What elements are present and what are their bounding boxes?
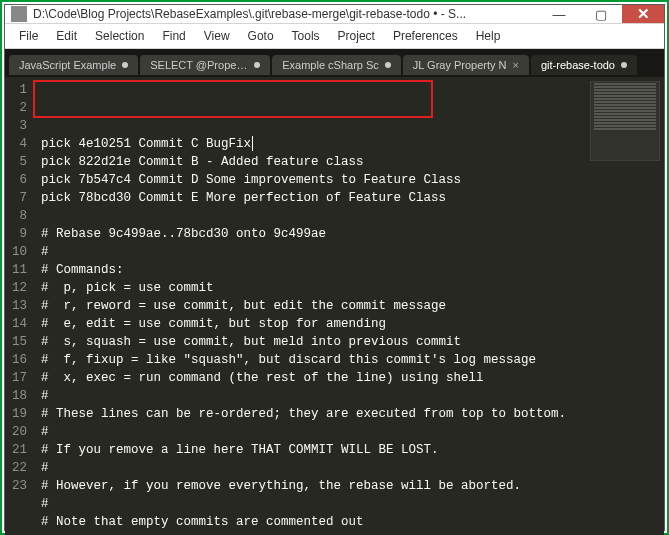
tab-label: JL Gray Property N: [413, 59, 507, 71]
menu-file[interactable]: File: [11, 27, 46, 45]
dirty-icon: [621, 62, 627, 68]
line-number: 23: [9, 477, 27, 495]
line-number: 14: [9, 315, 27, 333]
code-content[interactable]: pick 4e10251 Commit C BugFixpick 822d21e…: [35, 77, 664, 535]
titlebar[interactable]: D:\Code\Blog Projects\RebaseExamples\.gi…: [5, 5, 664, 24]
code-line[interactable]: [41, 207, 664, 225]
code-line[interactable]: # r, reword = use commit, but edit the c…: [41, 297, 664, 315]
code-line[interactable]: # If you remove a line here THAT COMMIT …: [41, 441, 664, 459]
line-number: 12: [9, 279, 27, 297]
menu-view[interactable]: View: [196, 27, 238, 45]
code-line[interactable]: # s, squash = use commit, but meld into …: [41, 333, 664, 351]
window: D:\Code\Blog Projects\RebaseExamples\.gi…: [4, 4, 665, 531]
menu-help[interactable]: Help: [468, 27, 509, 45]
menu-selection[interactable]: Selection: [87, 27, 152, 45]
line-number: 22: [9, 459, 27, 477]
tab-select-property[interactable]: SELECT @Property: [140, 55, 270, 75]
close-icon[interactable]: ×: [513, 59, 519, 71]
line-number: 19: [9, 405, 27, 423]
code-line[interactable]: pick 822d21e Commit B - Added feature cl…: [41, 153, 664, 171]
line-number: 9: [9, 225, 27, 243]
line-number: 1: [9, 81, 27, 99]
close-button[interactable]: ✕: [622, 5, 664, 23]
menubar: File Edit Selection Find View Goto Tools…: [5, 24, 664, 49]
line-number: 15: [9, 333, 27, 351]
line-number: 6: [9, 171, 27, 189]
dirty-icon: [254, 62, 260, 68]
gutter: 1234567891011121314151617181920212223: [5, 77, 35, 535]
app-icon: [11, 6, 27, 22]
tab-csharp-example[interactable]: Example cSharp Sc: [272, 55, 401, 75]
menu-preferences[interactable]: Preferences: [385, 27, 466, 45]
line-number: 13: [9, 297, 27, 315]
window-title: D:\Code\Blog Projects\RebaseExamples\.gi…: [33, 7, 538, 21]
code-line[interactable]: # Rebase 9c499ae..78bcd30 onto 9c499ae: [41, 225, 664, 243]
dirty-icon: [122, 62, 128, 68]
dirty-icon: [385, 62, 391, 68]
line-number: 16: [9, 351, 27, 369]
menu-project[interactable]: Project: [330, 27, 383, 45]
code-line[interactable]: # Note that empty commits are commented …: [41, 513, 664, 531]
text-cursor: [252, 136, 253, 151]
code-line[interactable]: #: [41, 243, 664, 261]
menu-edit[interactable]: Edit: [48, 27, 85, 45]
line-number: 8: [9, 207, 27, 225]
line-number: 21: [9, 441, 27, 459]
line-number: 4: [9, 135, 27, 153]
code-line[interactable]: # f, fixup = like "squash", but discard …: [41, 351, 664, 369]
minimize-button[interactable]: —: [538, 5, 580, 23]
code-line[interactable]: pick 4e10251 Commit C BugFix: [41, 135, 664, 153]
menu-goto[interactable]: Goto: [240, 27, 282, 45]
code-line[interactable]: # Commands:: [41, 261, 664, 279]
highlight-box: [33, 80, 433, 118]
code-line[interactable]: pick 78bcd30 Commit E More perfection of…: [41, 189, 664, 207]
code-body[interactable]: 1234567891011121314151617181920212223 pi…: [5, 77, 664, 535]
code-line[interactable]: # These lines can be re-ordered; they ar…: [41, 405, 664, 423]
line-number: 17: [9, 369, 27, 387]
line-number: 5: [9, 153, 27, 171]
tab-label: SELECT @Property: [150, 59, 248, 71]
maximize-button[interactable]: ▢: [580, 5, 622, 23]
menu-find[interactable]: Find: [154, 27, 193, 45]
code-line[interactable]: # e, edit = use commit, but stop for ame…: [41, 315, 664, 333]
code-line[interactable]: # p, pick = use commit: [41, 279, 664, 297]
code-line[interactable]: [41, 531, 664, 535]
line-number: 11: [9, 261, 27, 279]
code-line[interactable]: #: [41, 459, 664, 477]
line-number: 7: [9, 189, 27, 207]
code-line[interactable]: #: [41, 495, 664, 513]
code-line[interactable]: pick 7b547c4 Commit D Some improvements …: [41, 171, 664, 189]
code-line[interactable]: # x, exec = run command (the rest of the…: [41, 369, 664, 387]
code-line[interactable]: #: [41, 423, 664, 441]
tab-label: git-rebase-todo: [541, 59, 615, 71]
tab-label: Example cSharp Sc: [282, 59, 379, 71]
editor-area: JavaScript Example SELECT @Property Exam…: [5, 49, 664, 535]
line-number: 2: [9, 99, 27, 117]
line-number: 3: [9, 117, 27, 135]
tab-label: JavaScript Example: [19, 59, 116, 71]
minimap[interactable]: [590, 81, 660, 161]
tabbar: JavaScript Example SELECT @Property Exam…: [5, 49, 664, 77]
line-number: 20: [9, 423, 27, 441]
line-number: 18: [9, 387, 27, 405]
tab-jl-gray-property[interactable]: JL Gray Property N ×: [403, 55, 529, 75]
code-line[interactable]: # However, if you remove everything, the…: [41, 477, 664, 495]
code-line[interactable]: #: [41, 387, 664, 405]
line-number: 10: [9, 243, 27, 261]
menu-tools[interactable]: Tools: [284, 27, 328, 45]
tab-javascript-example[interactable]: JavaScript Example: [9, 55, 138, 75]
tab-git-rebase-todo[interactable]: git-rebase-todo: [531, 55, 637, 75]
